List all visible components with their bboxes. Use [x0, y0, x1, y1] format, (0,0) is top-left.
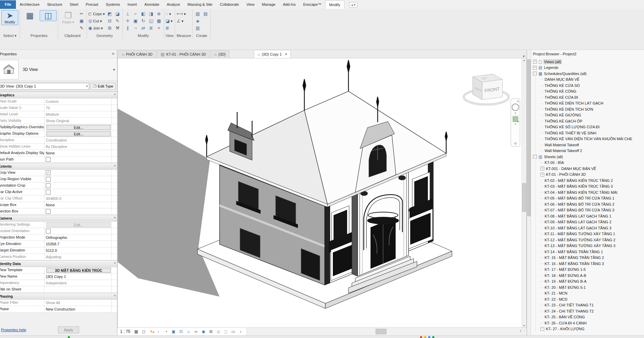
ribbon-tab-analyze[interactable]: Analyze — [163, 0, 184, 9]
scroll-down-icon[interactable]: ▾ — [522, 324, 526, 327]
chevron-down-icon[interactable]: ▾ — [113, 68, 115, 72]
checkbox-locked-orientation[interactable] — [46, 229, 51, 233]
ribbon-join-geometry-menu[interactable]: ◉Join ▾ — [88, 24, 105, 32]
ribbon-mirror-pick-axis-icon[interactable]: ◧ — [140, 10, 147, 17]
tree-item-kt-18-m-t-ng-a-b[interactable]: ⋯KT- 18 - MẶT ĐỨNG A-B — [531, 273, 644, 279]
property-value[interactable] — [44, 189, 112, 195]
locked-view-icon[interactable]: ⌂ — [186, 329, 191, 335]
ribbon-cut-geometry-menu[interactable]: ◎Cut ▾ — [88, 17, 105, 24]
ribbon-multi-align-icon[interactable]: ≣ — [148, 24, 155, 32]
expander-plus-icon[interactable]: + — [541, 173, 544, 176]
tree-item-kt-07-m-t-b-ng-b-tr-c-a-t-ng-3[interactable]: ⋯KT-07 - MẶT BẰNG BỐ TRÍ CỬA TẦNG 3 — [531, 207, 644, 213]
property-value[interactable]: ✓ — [44, 170, 112, 176]
property-value[interactable] — [44, 183, 112, 189]
horizontal-scroll-thumb[interactable] — [376, 329, 386, 334]
tree-item-wall-material-takeoff-2[interactable]: ⋯Wall Material Takeoff 2 — [531, 148, 644, 154]
ribbon-tab-architecture[interactable]: Architecture — [16, 0, 43, 9]
ribbon-cut-icon[interactable]: ✂ — [78, 10, 85, 17]
checkbox-sun-path[interactable] — [46, 157, 51, 162]
ribbon-create-group-icon[interactable]: ▥ — [194, 24, 201, 32]
ribbon-wall-opening-icon[interactable]: ⊟ — [106, 17, 113, 24]
view-tab-ph-i-c-nh-3d[interactable]: ⌂PHỐI CẢNH 3D — [118, 50, 156, 58]
collapse-bar-icon[interactable]: ‹ — [238, 329, 244, 335]
property-value[interactable]: 10358.7 — [44, 241, 112, 247]
ribbon-extend-icon[interactable]: ⇄ — [140, 24, 147, 32]
ribbon-tab-steel[interactable]: Steel — [66, 0, 82, 9]
ribbon-tab-annotate[interactable]: Annotate — [140, 0, 163, 9]
drawing-area[interactable]: TOP LEFT FRONT ⊗ ▾ ▾ ⊖ ▴ — [117, 58, 527, 327]
tree-item-kt-23-chi-ti-t-thang-t1[interactable]: ⋯KT- 23 - CHI TIẾT THANG T1 — [531, 302, 644, 308]
ribbon-tab-add-ins[interactable]: Add-Ins — [279, 0, 300, 9]
tree-item-views-all[interactable]: +▢Views (all) — [531, 59, 644, 65]
tree-item-kt-16-m-t-b-ng-tr-n-t-ng-3[interactable]: ⋯KT- 16 - MẶT BẰNG TRẦN TẦNG 3 — [531, 261, 644, 267]
property-value[interactable]: None — [44, 202, 112, 208]
ribbon-tab-precast[interactable]: Precast — [82, 0, 102, 9]
tree-item-kt-22-mcd[interactable]: ⋯KT- 22 - MCD — [531, 296, 644, 302]
tree-item-wall-material-takeoff[interactable]: ⋯Wall Material Takeoff — [531, 142, 644, 148]
checkbox-crop-region-visible[interactable] — [46, 177, 51, 182]
checkbox-crop-view[interactable]: ✓ — [46, 170, 51, 175]
project-browser-scroll-thumb[interactable] — [527, 59, 531, 216]
tree-item-kt-15-m-t-b-ng-tr-n-t-ng-2[interactable]: ⋯KT- 15 - MẶT BẰNG TRẦN TẦNG 2 — [531, 255, 644, 261]
ribbon-rotate-icon[interactable]: ↻ — [140, 17, 147, 24]
ribbon-beam-opening-icon[interactable]: ⊞ — [106, 24, 113, 32]
sun-path-icon[interactable]: ☀× — [148, 329, 154, 335]
close-tab-icon[interactable]: × — [285, 52, 287, 57]
section-header-camera[interactable]: Camera^ — [0, 215, 117, 222]
edit-type-button[interactable]: ❐ Edit Type — [91, 83, 116, 90]
ribbon-modify-tool[interactable]: ➤Modify — [1, 10, 18, 25]
shadows-icon[interactable]: ◐ — [156, 329, 162, 335]
tree-item-kt-06-m-t-b-ng-b-tr-c-a-t-ng-2[interactable]: ⋯KT-06 - MẶT BẰNG BỐ TRÍ CỬA TẦNG 2 — [531, 201, 644, 207]
resize-grip[interactable]: ⋮⋮ — [519, 329, 526, 333]
tree-item-th-ng-k-gi-ng[interactable]: ⋯THỐNG KÊ GIƯỜNG — [531, 112, 644, 118]
ribbon-display-override-icon[interactable]: ≣ — [166, 24, 173, 32]
detail-level-icon[interactable]: ▦ — [133, 329, 139, 335]
ribbon-paste-button[interactable]: ❐Paste ▾ — [60, 10, 77, 25]
view-selector-combobox[interactable]: 3D View: {3D} Copy 1 ▾ — [0, 83, 89, 90]
ribbon-demolish-hammer-icon[interactable]: ⚒ — [114, 24, 121, 32]
show-rendering-icon[interactable]: ◔ — [163, 329, 169, 335]
ribbon-tab-insert[interactable]: Insert — [124, 0, 141, 9]
property-button-view-template[interactable]: 3D MẶT BẰNG KIẾN TRÚC — [46, 268, 111, 273]
zoom-options-arrow-icon[interactable]: ▾ — [515, 123, 516, 126]
tree-item-kt-08-m-t-b-ng-l-t-g-ch-t-ng-1[interactable]: ⋯KT-08 - MẶT BẰNG LÁT GẠCH TẦNG 1 — [531, 213, 644, 219]
displacement-sets-icon[interactable]: ◫ — [223, 329, 229, 335]
tree-item-kt-14-m-t-b-ng-tr-n-t-ng-1[interactable]: ⋯KT-14 - MẶT BẰNG TRẦN TẦNG 1 — [531, 249, 644, 255]
visual-style-icon[interactable]: ◻ — [141, 329, 147, 335]
navbar-close-icon[interactable]: ⊗ — [516, 99, 519, 103]
ribbon-align-icon[interactable]: ⊥ — [124, 10, 131, 17]
vertical-scrollbar[interactable]: ▴ ▾ — [522, 58, 526, 327]
crop-region-icon[interactable]: ⊡ — [178, 329, 184, 335]
collapse-chevron-icon[interactable]: ^ — [114, 261, 116, 267]
ribbon-properties-palette[interactable]: ▦ — [21, 10, 38, 21]
property-value[interactable]: 304800.0 — [44, 195, 112, 202]
navigation-bar[interactable]: ⊗ ▾ ▾ ⊖ — [511, 98, 520, 147]
property-value[interactable]: Coordination — [44, 137, 112, 143]
tree-item-kt-20-m-t-ng-5-1[interactable]: ⋯KT- 20 - MẶT ĐỨNG 5-1 — [531, 284, 644, 290]
ribbon-create-parts-icon[interactable]: ▤ — [202, 10, 209, 17]
ribbon-split-icon[interactable]: ∥ — [124, 24, 131, 32]
section-header-identity-data[interactable]: Identity Data^ — [0, 260, 117, 267]
scale-control[interactable]: 1 : 75 — [120, 329, 130, 334]
ribbon-measure-angle-menu[interactable]: ∠▾ — [176, 17, 186, 24]
ribbon-mirror-draw-axis-icon[interactable]: ◨ — [148, 10, 155, 17]
tree-item-kt-13-m-t-b-ng-t-ng-x-y-t-ng-3[interactable]: ⋯KT-13 - MẶT BẰNG TƯỜNG XÂY TẦNG 3 — [531, 243, 644, 249]
section-header-extents[interactable]: Extents^ — [0, 163, 117, 170]
tree-item-th-ng-k-c-ng[interactable]: ⋯THỐNG KÊ CỔNG — [531, 89, 644, 95]
view-tab-kt-01-ph-i-c-nh-3d[interactable]: ▤KT-01 - PHỐI CẢNH 3D — [157, 50, 210, 58]
tree-item-th-ng-k-di-n-t-ch-s-n[interactable]: ⋯THỐNG KÊ DIỆN TÍCH SƠN — [531, 106, 644, 112]
tree-item-kt-02-m-t-b-ng-ki-n-tr-c-t-ng-2[interactable]: ⋯KT-02 - MẶT BẰNG KIẾN TRÚC TẦNG 2 — [531, 177, 644, 184]
tree-item-th-ng-k-c-a-i[interactable]: ⋯THỐNG KÊ CỬA ĐI — [531, 94, 644, 100]
ribbon-measure-distance-menu[interactable]: ⟷▾ — [176, 10, 186, 17]
ribbon-linework-icon[interactable]: ✎ — [114, 17, 121, 24]
property-value[interactable]: 5112.0 — [44, 247, 112, 254]
tree-item-kt-001-danh-m-c-b-n-v[interactable]: +KT-001 - DANH MỤC BẢN VẼ — [531, 166, 644, 172]
tree-item-kt-03-m-t-b-ng-ki-n-tr-c-t-ng-3[interactable]: ⋯KT-03 - MẶT BẰNG KIẾN TRÚC TẦNG 3 — [531, 184, 644, 190]
ribbon-cope-menu[interactable]: ⊏Cope ▾ — [88, 10, 105, 17]
viewcube[interactable]: TOP LEFT FRONT — [464, 74, 509, 105]
project-browser-scrollbar[interactable] — [527, 50, 531, 335]
property-value[interactable]: Show All — [44, 300, 112, 306]
tree-item-th-ng-k-di-n-t-ch-l-t-g-ch[interactable]: ⋯THỐNG KÊ DIỆN TÍCH LÁT GẠCH — [531, 100, 644, 107]
tree-item-kt-05-m-t-b-ng-b-tr-c-a-t-ng-1[interactable]: ⋯KT-05 - MẶT BẰNG BỐ TRÍ CỬA TẦNG 1 — [531, 195, 644, 202]
scroll-up-icon[interactable]: ▴ — [522, 59, 526, 62]
